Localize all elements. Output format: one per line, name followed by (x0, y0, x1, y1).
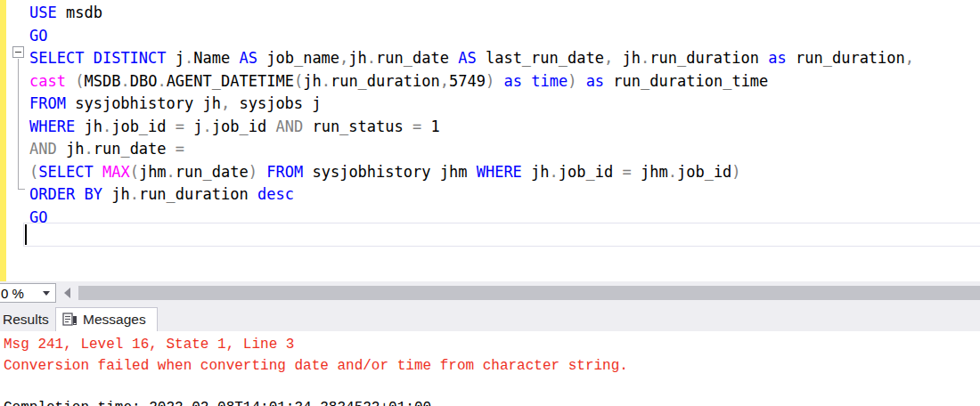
messages-pane[interactable]: Msg 241, Level 16, State 1, Line 3Conver… (0, 331, 980, 406)
error-message-line: Conversion failed when converting date a… (4, 357, 628, 375)
tab-messages[interactable]: Messages (55, 307, 158, 331)
code-token: last_run_date (477, 49, 604, 67)
code-token: sysjobhistory jh (66, 94, 221, 112)
code-token: MSDB (84, 72, 120, 90)
code-token: ORDER (29, 185, 75, 203)
code-token (75, 185, 84, 203)
code-token: 5749 (449, 72, 486, 90)
code-token: BY (84, 185, 102, 203)
code-token: AND (29, 140, 57, 158)
code-token: FROM (266, 163, 303, 181)
code-token (66, 72, 75, 90)
code-token: . (157, 72, 166, 90)
code-token: job_id (677, 163, 731, 181)
code-token: . (550, 163, 559, 181)
code-token: jhm (139, 163, 167, 181)
code-token: j (184, 118, 202, 135)
code-token: . (203, 118, 212, 135)
code-token: jh (75, 118, 102, 135)
code-token: run_date (176, 163, 249, 181)
code-token: FROM (29, 94, 66, 112)
code-token: . (167, 163, 176, 181)
chevron-down-icon (43, 291, 50, 296)
messages-icon (62, 313, 78, 327)
code-token: job_id (212, 118, 276, 135)
change-tracking-margin (0, 0, 6, 281)
code-token: . (184, 49, 193, 67)
completion-time-line: Completion time: 2022-02-08T14:01:34.383… (4, 399, 431, 406)
code-token: = (412, 118, 421, 135)
code-token: = (622, 163, 631, 181)
code-token: . (668, 163, 677, 181)
code-token: jhm (632, 163, 668, 181)
code-token: . (102, 118, 111, 135)
code-token: SELECT (38, 163, 93, 181)
code-token: ( (130, 163, 139, 181)
text-caret (25, 224, 27, 245)
code-token: sysjobs j (230, 94, 321, 112)
code-token: AND (275, 118, 303, 135)
code-line: FROM sysjobhistory jh, sysjobs j (29, 93, 322, 116)
code-token: jh (522, 163, 550, 181)
code-token: , (221, 94, 230, 112)
code-line: SELECT DISTINCT j.Name AS job_name,jh.ru… (29, 47, 914, 70)
code-line: WHERE jh.job_id = j.job_id AND run_statu… (29, 116, 440, 139)
code-token (522, 72, 531, 90)
code-area[interactable]: USE msdbGOSELECT DISTINCT j.Name AS job_… (29, 0, 980, 281)
code-token: run_duration (787, 49, 905, 67)
code-token: , (440, 72, 449, 90)
scroll-left-arrow[interactable] (59, 283, 75, 303)
horizontal-scrollbar[interactable] (59, 283, 980, 303)
code-token: GO (29, 27, 47, 45)
code-token: SELECT (29, 49, 84, 67)
code-token: run_duration (649, 49, 768, 67)
tab-results[interactable]: Results (0, 307, 56, 331)
code-token (257, 163, 266, 181)
editor-status-row: 0 % (0, 281, 980, 304)
code-token: . (641, 49, 649, 67)
code-editor[interactable]: USE msdbGOSELECT DISTINCT j.Name AS job_… (0, 0, 980, 281)
code-token: sysjobhistory jhm (303, 163, 476, 181)
zoom-level-value: 0 % (0, 286, 43, 301)
code-token: = (176, 118, 184, 135)
tab-results-label: Results (3, 312, 49, 328)
code-token (494, 72, 503, 90)
code-token: run_duration (139, 185, 257, 203)
code-token: ) (249, 163, 257, 181)
code-token: run_date (94, 140, 176, 158)
left-triangle-icon (64, 288, 70, 298)
code-line: GO (29, 207, 47, 230)
code-token: = (176, 140, 184, 158)
code-token (576, 72, 585, 90)
code-token: run_status (303, 118, 412, 135)
fold-region-line-end (18, 189, 25, 190)
code-token: . (84, 140, 93, 158)
code-token: , (339, 49, 348, 67)
code-token: run_date (376, 49, 458, 67)
code-line: GO (29, 25, 47, 48)
code-token: as (768, 49, 786, 67)
code-token: MAX (102, 163, 130, 181)
collapse-region-toggle-icon[interactable] (12, 46, 24, 58)
code-line: AND jh.run_date = (29, 138, 184, 161)
scrollbar-thumb[interactable] (78, 286, 980, 300)
code-token: time (531, 72, 568, 90)
code-token: AS (458, 49, 476, 67)
code-token: ) (486, 72, 494, 90)
code-token: job_id (111, 118, 176, 135)
code-token: WHERE (477, 163, 522, 181)
code-token: job_id (559, 163, 623, 181)
code-token: run_duration_time (604, 72, 768, 90)
code-token: DBO (130, 72, 158, 90)
code-token: WHERE (29, 118, 75, 135)
code-line: USE msdb (29, 2, 102, 25)
code-token: . (322, 72, 331, 90)
code-token: j (167, 49, 184, 67)
code-token: DISTINCT (94, 49, 167, 67)
ssms-query-window: USE msdbGOSELECT DISTINCT j.Name AS job_… (0, 0, 980, 406)
minus-glyph (15, 52, 21, 53)
code-token: msdb (57, 4, 102, 21)
zoom-level-dropdown[interactable]: 0 % (0, 283, 56, 303)
code-token: AS (239, 49, 257, 67)
code-token: ( (29, 163, 38, 181)
